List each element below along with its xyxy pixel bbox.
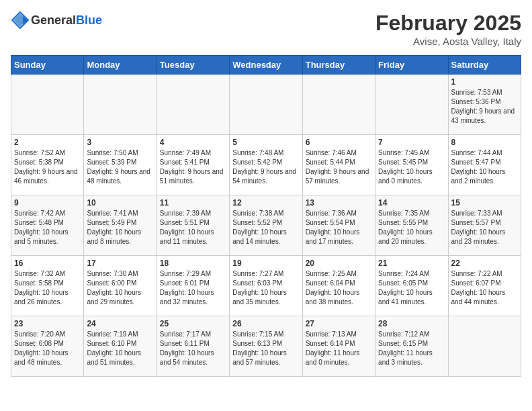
day-info: Sunrise: 7:45 AM Sunset: 5:45 PM Dayligh… — [378, 148, 445, 186]
day-number: 18 — [160, 259, 226, 268]
day-number: 10 — [87, 198, 153, 208]
weekday-header-tuesday: Tuesday — [157, 56, 229, 75]
header: GeneralBlue February 2025 Avise, Aosta V… — [11, 11, 521, 47]
calendar-cell: 28Sunrise: 7:12 AM Sunset: 6:15 PM Dayli… — [375, 316, 448, 377]
day-info: Sunrise: 7:22 AM Sunset: 6:07 PM Dayligh… — [451, 269, 518, 307]
calendar-cell: 15Sunrise: 7:33 AM Sunset: 5:57 PM Dayli… — [448, 195, 521, 256]
week-row-1: 1Sunrise: 7:53 AM Sunset: 5:36 PM Daylig… — [11, 75, 521, 135]
calendar-cell: 12Sunrise: 7:38 AM Sunset: 5:52 PM Dayli… — [230, 195, 302, 256]
day-number: 8 — [451, 138, 518, 147]
day-info: Sunrise: 7:12 AM Sunset: 6:15 PM Dayligh… — [378, 330, 445, 367]
day-number: 27 — [306, 319, 372, 328]
calendar-cell — [157, 75, 229, 135]
day-info: Sunrise: 7:19 AM Sunset: 6:10 PM Dayligh… — [87, 330, 153, 367]
weekday-header-sunday: Sunday — [11, 56, 84, 75]
day-info: Sunrise: 7:24 AM Sunset: 6:05 PM Dayligh… — [378, 269, 445, 307]
calendar-header: SundayMondayTuesdayWednesdayThursdayFrid… — [11, 56, 521, 75]
day-info: Sunrise: 7:53 AM Sunset: 5:36 PM Dayligh… — [451, 88, 518, 126]
day-number: 12 — [232, 198, 299, 208]
day-number: 16 — [14, 259, 81, 268]
day-number: 1 — [451, 77, 518, 87]
day-number: 28 — [378, 319, 445, 328]
calendar-cell: 17Sunrise: 7:30 AM Sunset: 6:00 PM Dayli… — [84, 256, 157, 316]
day-info: Sunrise: 7:15 AM Sunset: 6:13 PM Dayligh… — [232, 330, 299, 367]
day-number: 17 — [87, 259, 153, 268]
day-info: Sunrise: 7:42 AM Sunset: 5:48 PM Dayligh… — [14, 209, 81, 246]
calendar-cell — [11, 75, 84, 135]
calendar-cell: 3Sunrise: 7:50 AM Sunset: 5:39 PM Daylig… — [84, 135, 157, 195]
calendar-cell — [448, 316, 521, 377]
calendar-cell: 10Sunrise: 7:41 AM Sunset: 5:49 PM Dayli… — [84, 195, 157, 256]
day-info: Sunrise: 7:52 AM Sunset: 5:38 PM Dayligh… — [14, 148, 81, 186]
title-block: February 2025 Avise, Aosta Valley, Italy — [375, 11, 521, 47]
day-number: 20 — [306, 259, 372, 268]
day-info: Sunrise: 7:46 AM Sunset: 5:44 PM Dayligh… — [306, 148, 372, 186]
day-info: Sunrise: 7:17 AM Sunset: 6:11 PM Dayligh… — [160, 330, 226, 367]
day-number: 4 — [160, 138, 226, 147]
day-number: 3 — [87, 138, 153, 147]
week-row-4: 16Sunrise: 7:32 AM Sunset: 5:58 PM Dayli… — [11, 256, 521, 316]
calendar-cell — [84, 75, 157, 135]
day-info: Sunrise: 7:50 AM Sunset: 5:39 PM Dayligh… — [87, 148, 153, 186]
day-number: 24 — [87, 319, 153, 328]
day-info: Sunrise: 7:41 AM Sunset: 5:49 PM Dayligh… — [87, 209, 153, 246]
day-info: Sunrise: 7:36 AM Sunset: 5:54 PM Dayligh… — [306, 209, 372, 246]
day-number: 23 — [14, 319, 81, 328]
weekday-header-saturday: Saturday — [448, 56, 521, 75]
day-number: 2 — [14, 138, 81, 147]
calendar-cell: 13Sunrise: 7:36 AM Sunset: 5:54 PM Dayli… — [302, 195, 375, 256]
calendar-cell: 24Sunrise: 7:19 AM Sunset: 6:10 PM Dayli… — [84, 316, 157, 377]
weekday-header-wednesday: Wednesday — [230, 56, 302, 75]
calendar-cell: 1Sunrise: 7:53 AM Sunset: 5:36 PM Daylig… — [448, 75, 521, 135]
day-info: Sunrise: 7:27 AM Sunset: 6:03 PM Dayligh… — [232, 269, 299, 307]
calendar-cell: 18Sunrise: 7:29 AM Sunset: 6:01 PM Dayli… — [157, 256, 229, 316]
day-info: Sunrise: 7:32 AM Sunset: 5:58 PM Dayligh… — [14, 269, 81, 307]
calendar-cell: 16Sunrise: 7:32 AM Sunset: 5:58 PM Dayli… — [11, 256, 84, 316]
calendar-cell: 5Sunrise: 7:48 AM Sunset: 5:42 PM Daylig… — [230, 135, 302, 195]
day-number: 14 — [378, 198, 445, 208]
day-info: Sunrise: 7:13 AM Sunset: 6:14 PM Dayligh… — [306, 330, 372, 367]
location: Avise, Aosta Valley, Italy — [375, 36, 521, 47]
day-info: Sunrise: 7:35 AM Sunset: 5:55 PM Dayligh… — [378, 209, 445, 246]
calendar-cell — [302, 75, 375, 135]
day-number: 13 — [306, 198, 372, 208]
day-info: Sunrise: 7:20 AM Sunset: 6:08 PM Dayligh… — [14, 330, 81, 367]
calendar-cell: 4Sunrise: 7:49 AM Sunset: 5:41 PM Daylig… — [157, 135, 229, 195]
calendar-cell: 2Sunrise: 7:52 AM Sunset: 5:38 PM Daylig… — [11, 135, 84, 195]
calendar-cell: 19Sunrise: 7:27 AM Sunset: 6:03 PM Dayli… — [230, 256, 302, 316]
day-number: 26 — [232, 319, 299, 328]
day-number: 19 — [232, 259, 299, 268]
calendar-cell: 27Sunrise: 7:13 AM Sunset: 6:14 PM Dayli… — [302, 316, 375, 377]
day-info: Sunrise: 7:33 AM Sunset: 5:57 PM Dayligh… — [451, 209, 518, 246]
weekday-header-thursday: Thursday — [302, 56, 375, 75]
weekday-header-monday: Monday — [84, 56, 157, 75]
day-number: 7 — [378, 138, 445, 147]
day-info: Sunrise: 7:48 AM Sunset: 5:42 PM Dayligh… — [232, 148, 299, 186]
weekday-row: SundayMondayTuesdayWednesdayThursdayFrid… — [11, 56, 521, 75]
calendar-cell: 22Sunrise: 7:22 AM Sunset: 6:07 PM Dayli… — [448, 256, 521, 316]
calendar-cell: 14Sunrise: 7:35 AM Sunset: 5:55 PM Dayli… — [375, 195, 448, 256]
calendar-cell — [375, 75, 448, 135]
calendar-cell: 21Sunrise: 7:24 AM Sunset: 6:05 PM Dayli… — [375, 256, 448, 316]
week-row-2: 2Sunrise: 7:52 AM Sunset: 5:38 PM Daylig… — [11, 135, 521, 195]
week-row-3: 9Sunrise: 7:42 AM Sunset: 5:48 PM Daylig… — [11, 195, 521, 256]
day-number: 15 — [451, 198, 518, 208]
logo-icon — [11, 11, 30, 30]
day-info: Sunrise: 7:39 AM Sunset: 5:51 PM Dayligh… — [160, 209, 226, 246]
day-number: 6 — [306, 138, 372, 147]
calendar-cell: 23Sunrise: 7:20 AM Sunset: 6:08 PM Dayli… — [11, 316, 84, 377]
day-info: Sunrise: 7:25 AM Sunset: 6:04 PM Dayligh… — [306, 269, 372, 307]
logo: GeneralBlue — [11, 11, 102, 30]
day-number: 22 — [451, 259, 518, 268]
day-info: Sunrise: 7:29 AM Sunset: 6:01 PM Dayligh… — [160, 269, 226, 307]
day-number: 21 — [378, 259, 445, 268]
weekday-header-friday: Friday — [375, 56, 448, 75]
calendar-cell: 11Sunrise: 7:39 AM Sunset: 5:51 PM Dayli… — [157, 195, 229, 256]
calendar-cell — [230, 75, 302, 135]
calendar-cell: 7Sunrise: 7:45 AM Sunset: 5:45 PM Daylig… — [375, 135, 448, 195]
calendar-cell: 8Sunrise: 7:44 AM Sunset: 5:47 PM Daylig… — [448, 135, 521, 195]
day-info: Sunrise: 7:44 AM Sunset: 5:47 PM Dayligh… — [451, 148, 518, 186]
day-number: 5 — [232, 138, 299, 147]
day-number: 11 — [160, 198, 226, 208]
calendar-cell: 26Sunrise: 7:15 AM Sunset: 6:13 PM Dayli… — [230, 316, 302, 377]
